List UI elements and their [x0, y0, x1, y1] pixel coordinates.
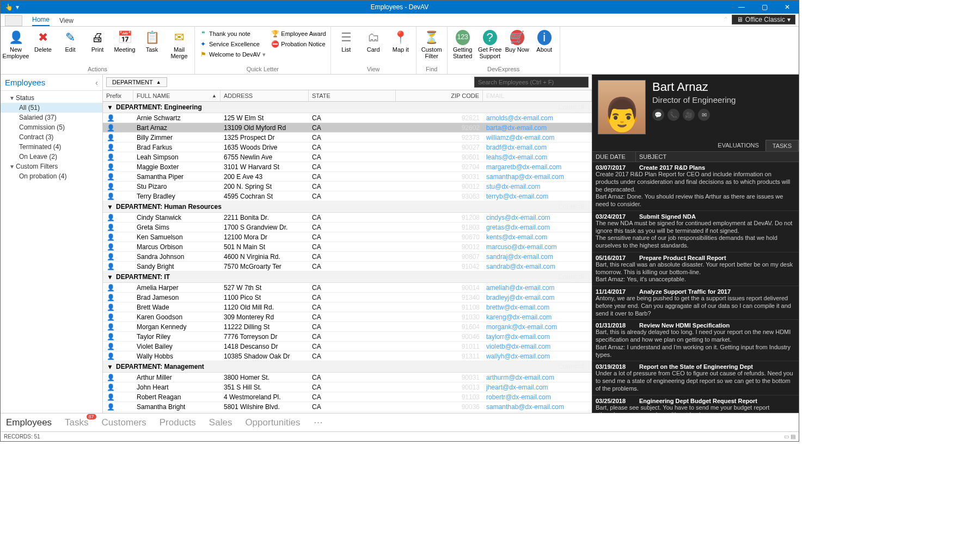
tab-home[interactable]: Home	[32, 14, 50, 26]
table-row[interactable]: 👤Cindy Stanwick2211 Bonita Dr.CA91208cin…	[103, 213, 592, 222]
group-header[interactable]: ▾DEPARTMENT: ManagementCount=4	[103, 361, 592, 373]
nav-tasks[interactable]: Tasks87	[65, 417, 88, 428]
nav-opportunities[interactable]: Opportunities	[245, 417, 300, 428]
email-link[interactable]: samanthab@dx-email.com	[486, 403, 564, 411]
nav-products[interactable]: Products	[160, 417, 196, 428]
table-row[interactable]: 👤Brad Jameson1100 Pico StCA91340bradleyj…	[103, 293, 592, 302]
email-link[interactable]: bradleyj@dx-email.com	[486, 294, 555, 301]
mail-merge-button[interactable]: ✉Mail Merge	[166, 28, 192, 59]
mail-icon[interactable]: ✉	[698, 109, 710, 121]
table-row[interactable]: 👤Sandy Bright7570 McGroarty TerCA91042sa…	[103, 262, 592, 271]
about-button[interactable]: iAbout	[531, 28, 558, 53]
email-link[interactable]: sandrab@dx-email.com	[486, 263, 555, 270]
table-row[interactable]: 👤Brad Farkus1635 Woods DriveCA90027bradf…	[103, 143, 592, 152]
email-link[interactable]: gretas@dx-email.com	[486, 224, 550, 231]
nav-item[interactable]: Terminated (4)	[1, 142, 102, 152]
email-link[interactable]: margaretb@dx-email.com	[486, 163, 561, 171]
email-link[interactable]: sandraj@dx-email.com	[486, 253, 553, 261]
email-link[interactable]: cindys@dx-email.com	[486, 214, 550, 221]
task-item[interactable]: 03/19/2018Report on the State of Enginee…	[592, 361, 799, 395]
table-row[interactable]: 👤Arnie Schwartz125 W Elm StCA92821arnold…	[103, 113, 592, 123]
email-link[interactable]: terryb@dx-email.com	[486, 193, 548, 200]
print-button[interactable]: 🖨Print	[84, 28, 111, 53]
task-item[interactable]: 05/16/2017Prepare Product Recall ReportB…	[592, 252, 799, 286]
table-row[interactable]: 👤Samantha Piper200 E Ave 43CA90031samant…	[103, 172, 592, 182]
meeting-button[interactable]: 📅Meeting	[112, 28, 138, 53]
table-row[interactable]: 👤Stu Pizaro200 N. Spring StCA90012stu@dx…	[103, 182, 592, 191]
nav-sales[interactable]: Sales	[209, 417, 232, 428]
view-switcher[interactable]: ▭ ▤	[784, 434, 795, 440]
email-link[interactable]: williamz@dx-email.com	[486, 134, 555, 141]
close-button[interactable]: ✕	[776, 1, 799, 14]
maximize-button[interactable]: ▢	[753, 1, 776, 14]
email-link[interactable]: ameliah@dx-email.com	[486, 284, 555, 292]
table-row[interactable]: 👤Marcus Orbison501 N Main StCA90012marcu…	[103, 242, 592, 252]
service-excellence-button[interactable]: ✦Service Excellence	[197, 39, 268, 49]
phone-icon[interactable]: 📞	[667, 109, 679, 121]
email-link[interactable]: stu@dx-email.com	[486, 183, 541, 190]
table-row[interactable]: 👤Ken Samuelson12100 Mora DrCA90670kents@…	[103, 232, 592, 242]
nav-item[interactable]: Salaried (37)	[1, 113, 102, 122]
email-link[interactable]: leahs@dx-email.com	[486, 153, 547, 161]
table-row[interactable]: 👤Karen Goodson309 Monterey RdCA91030kare…	[103, 312, 592, 322]
email-link[interactable]: arnolds@dx-email.com	[486, 114, 553, 122]
table-row[interactable]: 👤Amelia Harper527 W 7th StCA90014ameliah…	[103, 283, 592, 293]
task-item[interactable]: 03/24/2017Submit Signed NDAThe new NDA m…	[592, 211, 799, 252]
table-row[interactable]: 👤Greta Sims1700 S Grandview Dr.CA91803gr…	[103, 222, 592, 232]
nav-on-probation[interactable]: On probation (4)	[1, 171, 102, 181]
nav-item[interactable]: Contract (3)	[1, 132, 102, 142]
collapse-ribbon-icon[interactable]: ⌃	[723, 16, 728, 23]
tab-tasks[interactable]: TASKS	[765, 140, 799, 151]
search-input[interactable]	[474, 77, 589, 88]
thank-you-button[interactable]: ❝Thank you note	[197, 29, 268, 39]
col-fullname[interactable]: FULL NAME▲	[133, 90, 220, 101]
table-row[interactable]: 👤Morgan Kennedy11222 Dilling StCA91604mo…	[103, 322, 592, 332]
table-row[interactable]: 👤Terry Bradley4595 Cochran StCA93063terr…	[103, 191, 592, 201]
theme-selector[interactable]: 🖥Office Classic▾	[732, 15, 795, 24]
award-button[interactable]: 🏆Employee Award	[269, 29, 328, 39]
map-button[interactable]: 📍Map it	[388, 28, 414, 53]
nav-item[interactable]: Commission (5)	[1, 122, 102, 132]
table-row[interactable]: 👤Taylor Riley7776 Torreyson DrCA90046tay…	[103, 332, 592, 342]
buy-now-button[interactable]: 🛒Buy Now	[504, 28, 530, 53]
task-item[interactable]: 03/25/2018Engineering Dept Budget Reques…	[592, 395, 799, 413]
col-subject[interactable]: SUBJECT	[636, 152, 670, 162]
chat-icon[interactable]: 💬	[652, 109, 664, 121]
email-link[interactable]: barta@dx-email.com	[486, 124, 547, 132]
email-link[interactable]: marcuso@dx-email.com	[486, 243, 557, 251]
email-link[interactable]: violetb@dx-email.com	[486, 343, 550, 350]
email-link[interactable]: morgank@dx-email.com	[486, 323, 557, 331]
table-row[interactable]: 👤Leah Simpson6755 Newlin AveCA90601leahs…	[103, 152, 592, 162]
table-row[interactable]: 👤Sandra Johnson4600 N Virginia Rd.CA9080…	[103, 252, 592, 262]
email-link[interactable]: samanthap@dx-email.com	[486, 173, 564, 181]
email-link[interactable]: robertr@dx-email.com	[486, 393, 551, 401]
email-link[interactable]: bradf@dx-email.com	[486, 144, 547, 151]
card-view-button[interactable]: 🗂Card	[360, 28, 387, 53]
table-row[interactable]: 👤John Heart351 S Hill St.CA90013jheart@d…	[103, 382, 592, 392]
table-row[interactable]: 👤Wally Hobbs10385 Shadow Oak DrCA91311wa…	[103, 351, 592, 361]
welcome-button[interactable]: ⚑Welcome to DevAV▾	[197, 50, 268, 59]
delete-button[interactable]: ✖Delete	[30, 28, 56, 53]
table-row[interactable]: 👤Billy Zimmer1325 Prospect DrCA92373will…	[103, 133, 592, 143]
minimize-button[interactable]: —	[730, 1, 753, 14]
nav-employees[interactable]: Employees	[6, 417, 52, 428]
nav-more[interactable]: ⋯	[314, 417, 323, 428]
nav-item[interactable]: All (51)	[1, 103, 102, 113]
nav-custom-filters[interactable]: ▾Custom Filters	[1, 162, 102, 171]
email-link[interactable]: taylorr@dx-email.com	[486, 333, 550, 341]
col-prefix[interactable]: Prefix	[103, 90, 133, 101]
table-row[interactable]: 👤Maggie Boxter3101 W Harvard StCA92704ma…	[103, 162, 592, 172]
probation-button[interactable]: ⛔Probation Notice	[269, 39, 328, 49]
group-header[interactable]: ▾DEPARTMENT: ITCount=8	[103, 271, 592, 283]
new-employee-button[interactable]: 👤New Employee	[3, 28, 29, 59]
group-by-chip[interactable]: DEPARTMENT▲	[106, 77, 167, 87]
file-tab[interactable]	[5, 15, 22, 26]
qat-dropdown-icon[interactable]: ▾	[16, 3, 23, 11]
nav-customers[interactable]: Customers	[102, 417, 146, 428]
col-email[interactable]: EMAIL	[483, 90, 592, 101]
table-row[interactable]: 👤Violet Bailey1418 Descanso DrCA91011vio…	[103, 342, 592, 351]
support-button[interactable]: ?Get Free Support	[477, 28, 503, 59]
table-row[interactable]: 👤Arthur Miller3800 Homer St.CA90031arthu…	[103, 373, 592, 382]
table-row[interactable]: 👤Bart Arnaz13109 Old Myford RdCA92602bar…	[103, 123, 592, 133]
table-row[interactable]: 👤Brett Wade1120 Old Mill Rd.CA91108brett…	[103, 302, 592, 312]
